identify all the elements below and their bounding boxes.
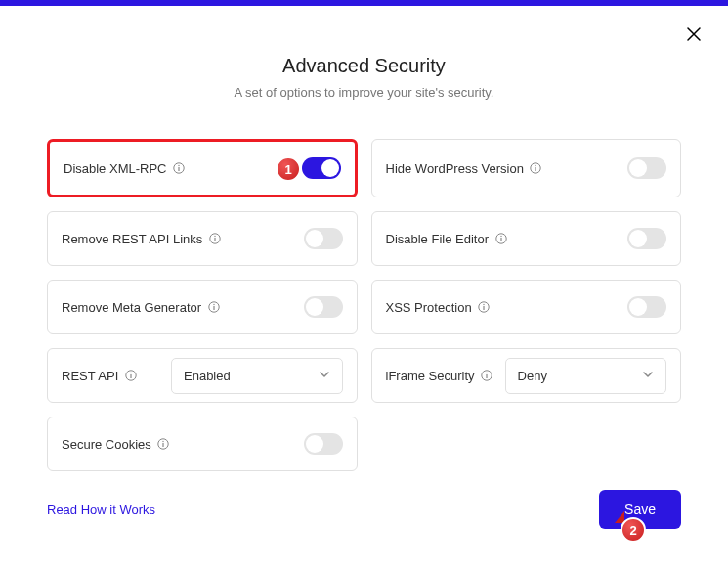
info-icon[interactable] (530, 162, 542, 175)
option-label: Disable File Editor (386, 232, 490, 246)
help-link[interactable]: Read How it Works (47, 503, 155, 517)
svg-point-13 (213, 304, 214, 305)
option-label: Remove REST API Links (62, 232, 202, 246)
info-icon[interactable] (172, 162, 185, 175)
option-rest-api: REST API Enabled (47, 348, 358, 403)
select-iframe-security[interactable]: Deny (505, 358, 666, 394)
svg-point-16 (483, 304, 484, 305)
option-xss-protection: XSS Protection (371, 280, 682, 334)
page-title: Advanced Security (0, 55, 728, 77)
toggle-secure-cookies[interactable] (304, 433, 343, 455)
select-value: Deny (518, 369, 547, 383)
toggle-hide-wp-version[interactable] (627, 157, 666, 179)
info-icon[interactable] (157, 438, 170, 451)
svg-point-22 (486, 373, 487, 373)
svg-rect-5 (535, 167, 536, 171)
svg-rect-20 (130, 374, 131, 378)
svg-point-7 (214, 236, 215, 237)
save-button[interactable]: Save (599, 490, 681, 529)
toggle-remove-meta-generator[interactable] (304, 296, 343, 318)
option-disable-xmlrpc: Disable XML-RPC (47, 139, 358, 197)
svg-point-1 (178, 165, 179, 166)
option-label: iFrame Security (386, 369, 475, 383)
option-hide-wp-version: Hide WordPress Version (371, 139, 682, 197)
svg-rect-14 (213, 306, 214, 310)
option-remove-meta-generator: Remove Meta Generator (47, 280, 358, 334)
info-icon[interactable] (494, 233, 507, 245)
option-disable-file-editor: Disable File Editor (371, 211, 682, 266)
option-secure-cookies: Secure Cookies (47, 417, 358, 471)
select-rest-api[interactable]: Enabled (171, 358, 343, 394)
select-value: Enabled (184, 369, 231, 383)
svg-rect-26 (163, 443, 164, 447)
svg-point-4 (535, 165, 536, 166)
option-label: REST API (62, 369, 118, 383)
close-icon[interactable] (687, 27, 701, 45)
svg-point-25 (163, 441, 164, 442)
page-subtitle: A set of options to improve your site's … (0, 85, 728, 100)
option-label: Hide WordPress Version (386, 161, 524, 176)
info-icon[interactable] (208, 233, 221, 245)
header: Advanced Security A set of options to im… (0, 55, 728, 100)
svg-point-10 (500, 236, 501, 237)
option-label: Secure Cookies (62, 437, 151, 452)
option-label: Remove Meta Generator (62, 300, 201, 315)
chevron-down-icon (642, 369, 654, 383)
svg-rect-11 (500, 238, 501, 241)
svg-rect-8 (214, 238, 215, 241)
toggle-remove-rest-links[interactable] (304, 228, 343, 249)
option-remove-rest-links: Remove REST API Links (47, 211, 358, 266)
option-iframe-security: iFrame Security Deny (371, 348, 682, 403)
info-icon[interactable] (207, 301, 220, 314)
svg-rect-17 (484, 306, 485, 310)
top-accent-bar (0, 0, 728, 6)
info-icon[interactable] (478, 301, 491, 314)
info-icon[interactable] (124, 370, 137, 382)
svg-rect-2 (178, 167, 179, 171)
option-label: XSS Protection (386, 300, 472, 315)
toggle-xss-protection[interactable] (627, 296, 666, 318)
toggle-disable-file-editor[interactable] (627, 228, 666, 249)
option-label: Disable XML-RPC (64, 161, 166, 176)
info-icon[interactable] (481, 370, 493, 382)
svg-rect-23 (486, 374, 487, 378)
svg-point-19 (130, 373, 131, 373)
chevron-down-icon (319, 369, 330, 383)
toggle-disable-xmlrpc[interactable] (302, 157, 341, 179)
